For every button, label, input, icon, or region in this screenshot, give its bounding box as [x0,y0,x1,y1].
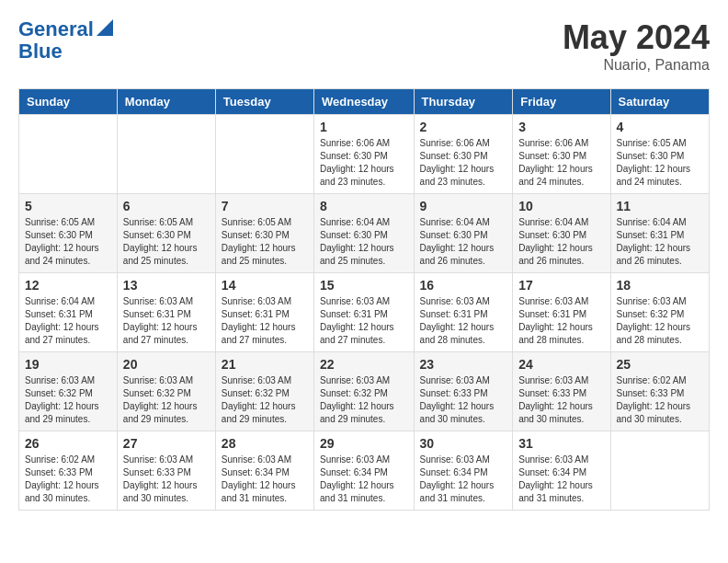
day-number: 3 [518,120,604,134]
day-number: 31 [518,436,604,451]
calendar-cell: 21Sunrise: 6:03 AM Sunset: 6:32 PM Dayli… [215,352,313,431]
logo-text: General [18,18,94,40]
day-number: 24 [518,357,604,372]
calendar-cell: 29Sunrise: 6:03 AM Sunset: 6:34 PM Dayli… [314,431,415,511]
day-info: Sunrise: 6:02 AM Sunset: 6:33 PM Dayligh… [617,374,703,426]
day-number: 12 [25,278,111,293]
calendar-cell [215,115,313,194]
calendar-cell: 5Sunrise: 6:05 AM Sunset: 6:30 PM Daylig… [19,194,118,273]
calendar-cell: 22Sunrise: 6:03 AM Sunset: 6:32 PM Dayli… [314,352,415,431]
day-number: 25 [617,357,703,372]
day-info: Sunrise: 6:04 AM Sunset: 6:30 PM Dayligh… [420,216,507,268]
day-number: 7 [222,199,308,213]
day-info: Sunrise: 6:03 AM Sunset: 6:34 PM Dayligh… [420,454,507,505]
day-info: Sunrise: 6:03 AM Sunset: 6:31 PM Dayligh… [320,295,408,347]
day-info: Sunrise: 6:05 AM Sunset: 6:30 PM Dayligh… [617,137,703,189]
day-info: Sunrise: 6:05 AM Sunset: 6:30 PM Dayligh… [222,216,308,268]
calendar-cell: 17Sunrise: 6:03 AM Sunset: 6:31 PM Dayli… [513,273,610,352]
day-number: 13 [123,278,210,293]
day-number: 28 [222,436,308,451]
day-number: 10 [518,199,604,213]
day-number: 11 [617,199,703,213]
day-info: Sunrise: 6:03 AM Sunset: 6:32 PM Dayligh… [123,374,210,426]
calendar-cell: 2Sunrise: 6:06 AM Sunset: 6:30 PM Daylig… [414,115,513,194]
calendar-cell: 6Sunrise: 6:05 AM Sunset: 6:30 PM Daylig… [117,194,215,273]
header-sunday: Sunday [19,89,118,115]
day-number: 23 [420,357,507,372]
calendar-header-row: Sunday Monday Tuesday Wednesday Thursday… [19,89,710,115]
day-number: 26 [25,436,111,451]
day-info: Sunrise: 6:06 AM Sunset: 6:30 PM Dayligh… [320,137,408,189]
logo-icon [97,16,113,36]
day-info: Sunrise: 6:03 AM Sunset: 6:34 PM Dayligh… [222,454,308,505]
day-number: 5 [25,199,111,213]
calendar-cell: 19Sunrise: 6:03 AM Sunset: 6:32 PM Dayli… [19,352,118,431]
day-info: Sunrise: 6:03 AM Sunset: 6:32 PM Dayligh… [320,374,408,426]
calendar-cell: 10Sunrise: 6:04 AM Sunset: 6:30 PM Dayli… [513,194,610,273]
calendar-cell: 24Sunrise: 6:03 AM Sunset: 6:33 PM Dayli… [513,352,610,431]
day-number: 2 [420,120,507,134]
calendar-week-3: 19Sunrise: 6:03 AM Sunset: 6:32 PM Dayli… [19,352,710,431]
calendar-table: Sunday Monday Tuesday Wednesday Thursday… [18,88,710,511]
day-info: Sunrise: 6:03 AM Sunset: 6:32 PM Dayligh… [617,295,703,347]
calendar-cell: 12Sunrise: 6:04 AM Sunset: 6:31 PM Dayli… [19,273,118,352]
day-number: 29 [320,436,408,451]
calendar-cell: 18Sunrise: 6:03 AM Sunset: 6:32 PM Dayli… [610,273,709,352]
logo: General Blue [18,18,113,63]
header-friday: Friday [513,89,610,115]
day-number: 14 [222,278,308,293]
day-info: Sunrise: 6:03 AM Sunset: 6:31 PM Dayligh… [518,295,604,347]
day-info: Sunrise: 6:03 AM Sunset: 6:31 PM Dayligh… [420,295,507,347]
title-block: May 2024 Nuario, Panama [563,18,710,74]
page-header: General Blue May 2024 Nuario, Panama [18,18,710,74]
calendar-cell: 25Sunrise: 6:02 AM Sunset: 6:33 PM Dayli… [610,352,709,431]
day-number: 22 [320,357,408,372]
calendar-cell [610,431,709,511]
day-info: Sunrise: 6:03 AM Sunset: 6:33 PM Dayligh… [420,374,507,426]
day-number: 30 [420,436,507,451]
day-info: Sunrise: 6:06 AM Sunset: 6:30 PM Dayligh… [420,137,507,189]
day-number: 17 [518,278,604,293]
day-info: Sunrise: 6:04 AM Sunset: 6:31 PM Dayligh… [617,216,703,268]
day-info: Sunrise: 6:03 AM Sunset: 6:32 PM Dayligh… [25,374,111,426]
day-number: 20 [123,357,210,372]
calendar-cell [19,115,118,194]
day-info: Sunrise: 6:03 AM Sunset: 6:31 PM Dayligh… [222,295,308,347]
calendar-cell: 20Sunrise: 6:03 AM Sunset: 6:32 PM Dayli… [117,352,215,431]
day-info: Sunrise: 6:05 AM Sunset: 6:30 PM Dayligh… [123,216,210,268]
day-info: Sunrise: 6:02 AM Sunset: 6:33 PM Dayligh… [25,454,111,505]
calendar-cell: 11Sunrise: 6:04 AM Sunset: 6:31 PM Dayli… [610,194,709,273]
calendar-cell: 15Sunrise: 6:03 AM Sunset: 6:31 PM Dayli… [314,273,415,352]
day-number: 15 [320,278,408,293]
calendar-cell: 27Sunrise: 6:03 AM Sunset: 6:33 PM Dayli… [117,431,215,511]
day-info: Sunrise: 6:03 AM Sunset: 6:34 PM Dayligh… [518,454,604,505]
header-tuesday: Tuesday [215,89,313,115]
day-info: Sunrise: 6:03 AM Sunset: 6:32 PM Dayligh… [222,374,308,426]
day-number: 6 [123,199,210,213]
calendar-cell: 1Sunrise: 6:06 AM Sunset: 6:30 PM Daylig… [314,115,415,194]
day-number: 9 [420,199,507,213]
calendar-cell: 16Sunrise: 6:03 AM Sunset: 6:31 PM Dayli… [414,273,513,352]
day-number: 8 [320,199,408,213]
svg-marker-0 [97,19,113,36]
day-number: 27 [123,436,210,451]
calendar-cell: 30Sunrise: 6:03 AM Sunset: 6:34 PM Dayli… [414,431,513,511]
day-info: Sunrise: 6:04 AM Sunset: 6:30 PM Dayligh… [518,216,604,268]
header-wednesday: Wednesday [314,89,415,115]
day-info: Sunrise: 6:06 AM Sunset: 6:30 PM Dayligh… [518,137,604,189]
calendar-week-2: 12Sunrise: 6:04 AM Sunset: 6:31 PM Dayli… [19,273,710,352]
day-number: 1 [320,120,408,134]
day-info: Sunrise: 6:04 AM Sunset: 6:31 PM Dayligh… [25,295,111,347]
day-info: Sunrise: 6:03 AM Sunset: 6:33 PM Dayligh… [518,374,604,426]
calendar-cell: 4Sunrise: 6:05 AM Sunset: 6:30 PM Daylig… [610,115,709,194]
calendar-cell: 14Sunrise: 6:03 AM Sunset: 6:31 PM Dayli… [215,273,313,352]
calendar-cell: 13Sunrise: 6:03 AM Sunset: 6:31 PM Dayli… [117,273,215,352]
calendar-cell: 28Sunrise: 6:03 AM Sunset: 6:34 PM Dayli… [215,431,313,511]
calendar-week-0: 1Sunrise: 6:06 AM Sunset: 6:30 PM Daylig… [19,115,710,194]
calendar-week-1: 5Sunrise: 6:05 AM Sunset: 6:30 PM Daylig… [19,194,710,273]
calendar-cell: 23Sunrise: 6:03 AM Sunset: 6:33 PM Dayli… [414,352,513,431]
calendar-week-4: 26Sunrise: 6:02 AM Sunset: 6:33 PM Dayli… [19,431,710,511]
header-thursday: Thursday [414,89,513,115]
day-info: Sunrise: 6:05 AM Sunset: 6:30 PM Dayligh… [25,216,111,268]
day-info: Sunrise: 6:03 AM Sunset: 6:31 PM Dayligh… [123,295,210,347]
